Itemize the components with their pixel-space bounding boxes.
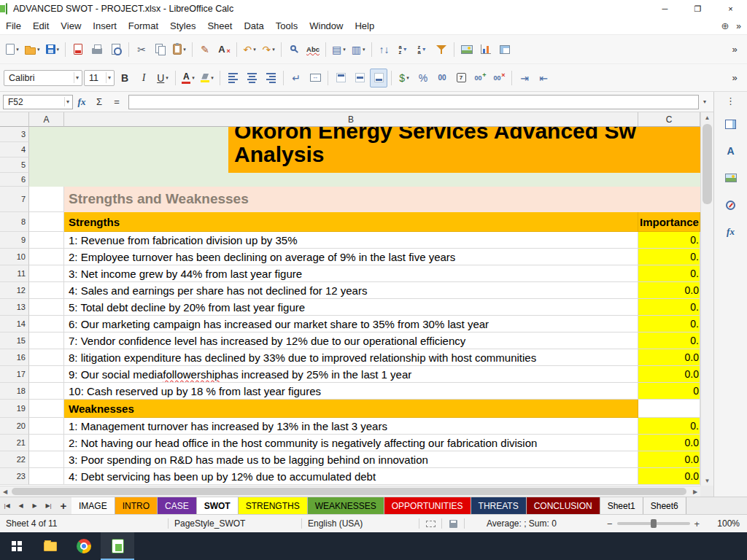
row-header-16[interactable]: 16 (0, 349, 29, 366)
sheet-tab-sheet1[interactable]: Sheet1 (600, 497, 643, 515)
cell-b21[interactable]: 2: Not having our head office in the hos… (64, 435, 638, 451)
scroll-right-icon[interactable]: ▶ (690, 486, 700, 497)
redo-button[interactable]: ↷▾ (260, 40, 277, 59)
cell-b23[interactable]: 4: Debt servicing has been up by 12% due… (64, 468, 638, 485)
add-decimal-button[interactable]: 00 (471, 69, 489, 88)
font-name-combo-dropdown-icon[interactable]: ▾ (74, 72, 80, 83)
sheet-position[interactable]: Sheet 4 of 11 (0, 518, 168, 529)
chrome-button[interactable] (67, 532, 101, 560)
clear-formatting-button[interactable]: A (215, 40, 233, 59)
row-header-18[interactable]: 18 (0, 383, 29, 400)
navigator-deck-button[interactable] (721, 195, 741, 214)
row-header-22[interactable]: 22 (0, 451, 29, 468)
delete-decimal-button[interactable]: 00 (490, 69, 508, 88)
spreadsheet-grid[interactable]: Okoroh Energy Services Advanced Sw Analy… (0, 127, 700, 486)
freeze-rows-columns-button[interactable] (496, 40, 514, 59)
next-sheet-button[interactable]: ▶ (28, 502, 42, 509)
add-sheet-button[interactable]: + (55, 499, 71, 512)
cell-b20[interactable]: 1: Management turnover has increased by … (64, 418, 638, 435)
sheet-tab-swot[interactable]: SWOT (197, 497, 239, 515)
cell-a6[interactable] (29, 173, 64, 187)
menu-sheet[interactable]: Sheet (201, 18, 238, 34)
cell-a7[interactable] (29, 187, 64, 212)
minimize-button[interactable]: ─ (649, 0, 681, 18)
maximize-button[interactable]: ❐ (681, 0, 714, 18)
copy-button[interactable] (152, 40, 169, 59)
vertical-scroll-thumb[interactable] (703, 124, 712, 204)
zoom-out-button[interactable]: − (607, 518, 613, 529)
insert-image-button[interactable] (458, 40, 476, 59)
font-color-button[interactable]: A▾ (179, 69, 197, 88)
cell-b8[interactable]: Strengths (64, 212, 638, 232)
new-document-button-dropdown-icon[interactable]: ▾ (16, 47, 19, 52)
formula-input[interactable] (128, 95, 699, 109)
open-button-dropdown-icon[interactable]: ▾ (37, 47, 40, 52)
merge-cells-button[interactable] (306, 69, 324, 88)
cell-c16[interactable]: 0.0 (638, 349, 700, 366)
close-button[interactable]: × (714, 0, 747, 18)
cell-c15[interactable]: 0. (638, 332, 700, 349)
row-header-9[interactable]: 9 (0, 232, 29, 249)
cell-a18[interactable] (29, 383, 64, 400)
row-header-14[interactable]: 14 (0, 316, 29, 332)
row-header-8[interactable]: 8 (0, 212, 29, 232)
row-header-23[interactable]: 23 (0, 468, 29, 485)
row-header-10[interactable]: 10 (0, 249, 29, 265)
cell-a8[interactable] (29, 212, 64, 232)
cell-b6[interactable] (64, 173, 638, 187)
format-date-button[interactable]: 7 (452, 69, 470, 88)
underline-button[interactable]: U▾ (154, 69, 171, 88)
undo-button[interactable]: ↶▾ (241, 40, 258, 59)
document-modified-indicator[interactable] (442, 520, 464, 528)
increase-indent-button[interactable]: ⇥ (516, 69, 533, 88)
row-header-13[interactable]: 13 (0, 299, 29, 316)
menubar-overflow-button[interactable]: » (736, 21, 741, 31)
format-currency-button[interactable]: $▾ (395, 69, 413, 88)
sheet-tab-strengths[interactable]: STRENGTHS (239, 497, 308, 515)
center-vertically-button[interactable] (351, 69, 368, 88)
redo-button-dropdown-icon[interactable]: ▾ (272, 47, 275, 52)
cell-b9[interactable]: 1: Revenue from fabrication division up … (64, 232, 638, 249)
row-header-20[interactable]: 20 (0, 418, 29, 435)
wrap-text-button[interactable]: ↵ (287, 69, 305, 88)
cell-a13[interactable] (29, 299, 64, 316)
menu-window[interactable]: Window (303, 18, 349, 34)
sheet-tab-sheet6[interactable]: Sheet6 (643, 497, 686, 515)
italic-button[interactable]: I (135, 69, 152, 88)
paste-button[interactable]: ▾ (171, 40, 188, 59)
font-size-combo-dropdown-icon[interactable]: ▾ (106, 72, 112, 83)
language-status[interactable]: English (USA) (302, 518, 419, 529)
cell-a5[interactable] (29, 158, 64, 173)
format-currency-button-dropdown-icon[interactable]: ▾ (406, 75, 409, 81)
cell-c6[interactable] (638, 173, 700, 187)
cell-b11[interactable]: 3: Net income grew by 44% from last year… (64, 265, 638, 282)
cell-b13[interactable]: 5: Total debt decline by 20% from last y… (64, 299, 638, 316)
select-all-corner[interactable] (0, 112, 29, 127)
std-toolbar-overflow-button[interactable]: » (726, 40, 743, 59)
export-pdf-button[interactable] (69, 40, 87, 59)
scroll-down-icon[interactable]: ▼ (705, 475, 711, 486)
name-box-dropdown-icon[interactable]: ▾ (64, 97, 71, 106)
selection-mode-indicator[interactable] (419, 521, 441, 527)
save-button-dropdown-icon[interactable]: ▾ (57, 47, 60, 52)
decrease-indent-button[interactable]: ⇤ (535, 69, 552, 88)
function-wizard-button[interactable]: fx (73, 96, 90, 108)
libreoffice-calc-taskbar-button[interactable] (101, 532, 134, 560)
align-left-button[interactable] (224, 69, 241, 88)
sheet-tab-weaknesses[interactable]: WEAKNESSES (308, 497, 384, 515)
save-button[interactable]: ▾ (44, 40, 62, 59)
fmt-toolbar-overflow-button[interactable]: » (726, 69, 743, 88)
cell-c20[interactable]: 0. (638, 418, 700, 435)
menu-styles[interactable]: Styles (164, 18, 201, 34)
align-top-button[interactable] (332, 69, 349, 88)
cell-c19[interactable] (638, 400, 700, 418)
highlighting-color-button-dropdown-icon[interactable]: ▾ (211, 75, 214, 81)
font-size-combo[interactable]: 11▾ (84, 70, 115, 86)
menu-edit[interactable]: Edit (27, 18, 55, 34)
sort-button[interactable]: ↑↓ (376, 40, 393, 59)
column-header-b[interactable]: B (64, 112, 638, 127)
cut-button[interactable]: ✂ (133, 40, 150, 59)
font-name-combo[interactable]: Calibri▾ (4, 70, 82, 86)
format-percent-button[interactable]: % (414, 69, 432, 88)
sheet-tab-conclusion[interactable]: CONCLUSION (527, 497, 600, 515)
